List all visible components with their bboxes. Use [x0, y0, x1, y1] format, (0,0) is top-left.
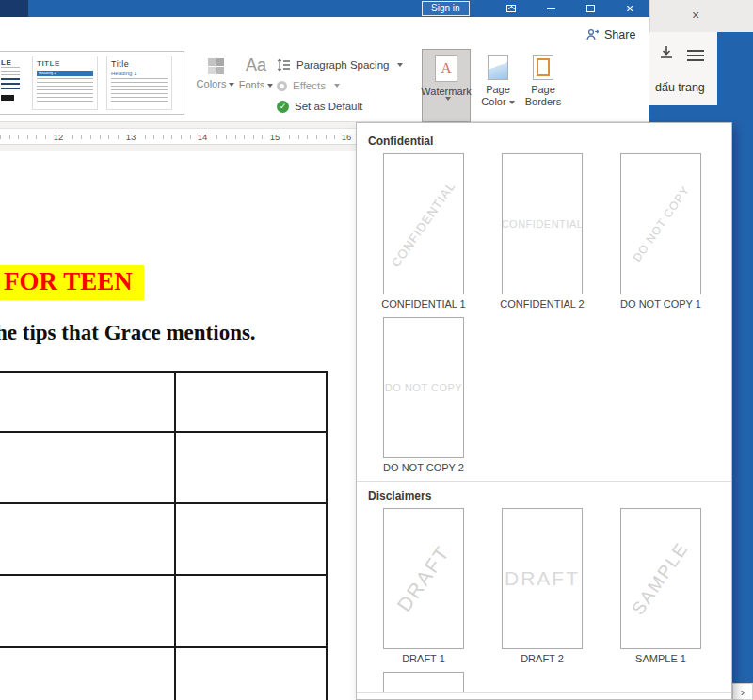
more-watermarks-menu-item[interactable]: More Watermarks from Office.com [357, 692, 731, 700]
dropdown-arrow-icon [509, 101, 515, 104]
minimize-icon [547, 8, 555, 9]
watermark-option-label: SAMPLE 1 [635, 653, 686, 664]
style-thumb-heading: Title [111, 59, 168, 69]
highlighted-heading[interactable]: FOR TEEN [0, 265, 144, 300]
close-icon: × [626, 1, 633, 16]
watermark-thumbnail: CONFIDENTIAL [502, 153, 583, 294]
watermark-option-confidential-2[interactable]: CONFIDENTIAL CONFIDENTIAL 2 [502, 153, 583, 310]
style-thumb-subheading: Heading 1 [111, 71, 168, 76]
bookmark-label: dấu trang [655, 81, 705, 94]
page-color-label: Page Color [481, 84, 514, 108]
watermark-icon: A [435, 55, 457, 82]
page-borders-icon [533, 55, 553, 80]
background-close-icon[interactable]: × [692, 8, 699, 23]
section-title: Confidential [368, 135, 731, 148]
maximize-icon [586, 5, 595, 12]
style-thumb-lines [37, 78, 93, 103]
page-color-button[interactable]: Page Color [476, 49, 520, 108]
fonts-icon: Aa [246, 55, 266, 75]
fonts-button[interactable]: Aa Fonts [237, 53, 275, 90]
watermark-option-do-not-copy-2[interactable]: DO NOT COPY DO NOT COPY 2 [383, 317, 464, 473]
dropdown-arrow-icon [445, 97, 451, 101]
watermark-option-confidential-1[interactable]: CONFIDENTIAL CONFIDENTIAL 1 [383, 153, 464, 310]
section-title: Disclaimers [368, 489, 731, 502]
dropdown-arrow-icon [397, 63, 403, 67]
watermark-gallery: CONFIDENTIAL CONFIDENTIAL 1 CONFIDENTIAL… [357, 148, 731, 473]
ribbon-display-options-button[interactable] [491, 0, 531, 17]
document-paragraph[interactable]: he tips that Grace mentions. [0, 321, 256, 345]
check-icon: ✓ [277, 101, 289, 113]
set-as-default-button[interactable]: ✓ Set as Default [277, 96, 403, 117]
dropdown-arrow-icon [267, 84, 273, 88]
watermark-thumbnail: CONFIDENTIAL [383, 153, 464, 294]
share-button[interactable]: Share [585, 28, 635, 41]
table-cell[interactable] [175, 575, 327, 647]
table-cell[interactable] [0, 372, 175, 432]
dropdown-arrow-icon [334, 84, 340, 88]
watermark-option-draft-1[interactable]: DRAFT DRAFT 1 [383, 508, 464, 664]
ruler-number: 15 [267, 132, 282, 143]
style-thumb-heading-bar: Heading 1 [37, 71, 93, 76]
sign-in-button[interactable]: Sign in [422, 1, 470, 16]
watermark-option-draft-2[interactable]: DRAFT DRAFT 2 [502, 508, 583, 664]
share-label: Share [604, 28, 635, 41]
table-cell[interactable] [175, 372, 327, 432]
ruler-number: 12 [51, 132, 66, 143]
paragraph-spacing-label: Paragraph Spacing [296, 59, 389, 71]
watermark-section-disclaimers: Disclaimers DRAFT DRAFT 1 DRAFT DRAFT 2 … [357, 481, 731, 700]
table-cell[interactable] [0, 503, 175, 575]
style-thumbnail-2[interactable]: Title Heading 1 [106, 56, 172, 110]
watermark-option-label: CONFIDENTIAL 2 [500, 298, 584, 310]
table-row [0, 575, 327, 647]
watermark-option-label: DRAFT 1 [402, 653, 445, 664]
watermark-option-label: DO NOT COPY 1 [620, 298, 701, 310]
background-window-fragment [0, 0, 28, 17]
watermark-thumbnail: DRAFT [502, 508, 583, 649]
effects-icon [277, 81, 287, 91]
style-thumbnail-1[interactable]: TITLE Heading 1 [32, 56, 98, 110]
watermark-option-do-not-copy-1[interactable]: DO NOT COPY DO NOT COPY 1 [620, 153, 701, 310]
page-color-icon [488, 55, 508, 80]
style-thumbnail-partial[interactable]: LE [0, 56, 24, 110]
document-table[interactable] [0, 371, 328, 700]
dropdown-arrow-icon [229, 83, 234, 87]
style-thumb-heading: TITLE [37, 59, 93, 68]
watermark-option-sample-1[interactable]: SAMPLE SAMPLE 1 [620, 508, 701, 664]
page-borders-button[interactable]: Page Borders [521, 49, 565, 108]
fonts-label: Fonts [239, 79, 274, 90]
set-as-default-label: Set as Default [295, 101, 362, 112]
hamburger-icon[interactable] [687, 47, 704, 64]
colors-button[interactable]: Colors [196, 53, 235, 89]
table-row [0, 432, 327, 503]
style-thumb-blackbar [1, 95, 14, 101]
table-cell[interactable] [0, 647, 175, 700]
table-cell[interactable] [0, 432, 175, 503]
watermark-button[interactable]: A Watermark [422, 49, 471, 122]
page-borders-label: Page Borders [525, 84, 562, 108]
table-row [0, 372, 327, 432]
paragraph-spacing-button[interactable]: Paragraph Spacing [277, 55, 403, 75]
title-bar: Sign in × [0, 0, 649, 17]
ribbon: Share LE TITLE Heading 1 Title Heading 1 [0, 17, 649, 122]
style-thumb-darklines [1, 78, 20, 91]
watermark-thumbnail: SAMPLE [620, 508, 701, 649]
style-gallery: LE TITLE Heading 1 Title Heading 1 [0, 51, 184, 115]
close-button[interactable]: × [610, 0, 649, 17]
minimize-button[interactable] [531, 0, 570, 17]
maximize-button[interactable] [570, 0, 610, 17]
ruler-number: 13 [123, 132, 138, 143]
table-cell[interactable] [175, 503, 327, 575]
table-cell[interactable] [175, 432, 327, 503]
watermark-gallery: DRAFT DRAFT 1 DRAFT DRAFT 2 SAMPLE SAMPL… [357, 502, 731, 700]
word-window: Sign in × × dấu trang › Share LE [0, 0, 753, 700]
table-cell[interactable] [175, 647, 327, 700]
document-formatting-group: Paragraph Spacing Effects ✓ Set as Defau… [277, 55, 403, 117]
background-window-panel: dấu trang [649, 32, 717, 105]
download-icon[interactable] [659, 45, 674, 64]
watermark-label: Watermark [421, 86, 471, 97]
colors-icon [208, 58, 224, 74]
effects-button[interactable]: Effects [277, 75, 403, 96]
scroll-right-button[interactable]: › [732, 683, 753, 700]
watermark-option-label: CONFIDENTIAL 1 [381, 298, 465, 310]
table-cell[interactable] [0, 575, 175, 647]
